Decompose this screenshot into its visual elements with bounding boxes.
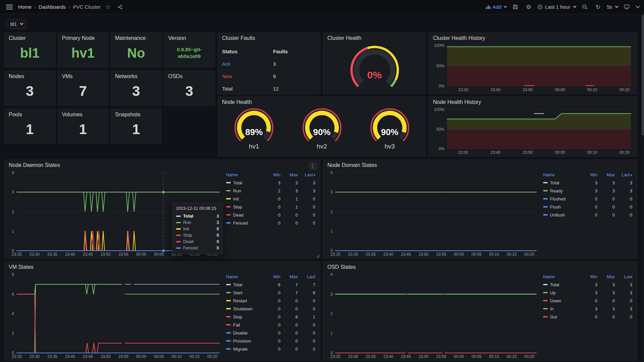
panel-title[interactable]: Node Domain States: [323, 160, 637, 168]
legend-col-last[interactable]: Last▾: [298, 172, 315, 177]
legend-row-shutdown[interactable]: Shutdown 000: [223, 305, 318, 313]
svg-text:23:50: 23:50: [419, 354, 429, 359]
legend-row-total[interactable]: Total 677: [223, 281, 318, 289]
legend-col-last[interactable]: Last▾: [615, 172, 632, 177]
legend-col-name[interactable]: Name: [226, 172, 263, 177]
scrollbar[interactable]: [641, 14, 644, 362]
zoom-out-icon[interactable]: [580, 2, 589, 12]
legend-row-stop[interactable]: Stop 061: [223, 313, 318, 321]
svg-text:23:50: 23:50: [101, 252, 111, 257]
legend-col-min[interactable]: Min: [263, 172, 280, 177]
panel-title[interactable]: VMs: [58, 71, 108, 79]
legend-row-in[interactable]: In 333: [540, 305, 635, 313]
favorite-star-icon[interactable]: ☆: [103, 2, 113, 12]
legend-col-last[interactable]: Last: [298, 274, 315, 279]
node-health-gauge-hv1: 89% hv1: [222, 107, 286, 155]
legend-row-provision[interactable]: Provision 000: [223, 337, 318, 345]
legend-row-unflush[interactable]: Unflush 000: [540, 211, 635, 219]
series-color-icon: [226, 340, 231, 342]
legend-col-min[interactable]: Min: [580, 274, 597, 279]
top-nav: Home › Dashboards › PVC Cluster ☆ Add: [0, 0, 644, 14]
panel-title[interactable]: Node Daemon States: [5, 160, 320, 168]
svg-text:100%: 100%: [434, 107, 444, 112]
add-panel-icon: [486, 4, 491, 9]
legend-row-total[interactable]: Total 333: [540, 281, 635, 289]
series-color-icon: [543, 214, 548, 216]
panel-title[interactable]: Primary Node: [58, 33, 108, 41]
legend-col-min[interactable]: Min: [263, 274, 280, 279]
panel-node-domain-states: Node Domain States 0123423:2523:3023:352…: [323, 160, 637, 258]
legend-row-fenced[interactable]: Fenced 000: [223, 219, 318, 227]
menu-icon[interactable]: [5, 2, 14, 12]
panel-title[interactable]: Snapshots: [111, 109, 161, 118]
legend-row-up[interactable]: Up 333: [540, 289, 635, 297]
breadcrumb-current[interactable]: PVC Cluster: [73, 4, 101, 10]
panel-title[interactable]: Cluster: [5, 33, 55, 41]
legend-col-max[interactable]: Max: [597, 172, 615, 177]
add-button[interactable]: Add: [486, 4, 506, 10]
legend-row-total[interactable]: Total 333: [223, 179, 318, 187]
panel-title[interactable]: Version: [164, 33, 215, 41]
collapse-chevron-icon[interactable]: [636, 4, 640, 8]
tv-mode-icon[interactable]: [622, 2, 631, 12]
legend-row-fail[interactable]: Fail 000: [223, 321, 318, 329]
time-range-picker[interactable]: Last 1 hour: [537, 4, 576, 10]
legend-col-last[interactable]: Last: [615, 274, 632, 279]
legend-col-max[interactable]: Max: [280, 172, 298, 177]
dashboard: bl1 Cluster bl1Primary Node hv1Maintenan…: [0, 14, 641, 362]
scrollbar-thumb[interactable]: [642, 15, 644, 135]
legend-row-down[interactable]: Down 000: [540, 297, 635, 305]
panel-title[interactable]: OSDs: [164, 71, 215, 79]
panel-title[interactable]: Networks: [111, 71, 161, 79]
save-dashboard-icon[interactable]: [511, 2, 520, 12]
legend-col-name[interactable]: Name: [226, 274, 263, 279]
legend-row-ready[interactable]: Ready 333: [540, 187, 635, 195]
zoom-out-glyph: [582, 4, 588, 10]
svg-text:23:25: 23:25: [12, 252, 22, 257]
legend-row-flush[interactable]: Flush 000: [540, 203, 635, 211]
panel-title[interactable]: Nodes: [5, 71, 55, 79]
series-color-icon: [226, 332, 231, 334]
panel-title[interactable]: Pools: [5, 109, 55, 118]
legend-col-name[interactable]: Name: [543, 172, 580, 177]
panel-title[interactable]: Node Health: [218, 97, 426, 105]
breadcrumb-home[interactable]: Home: [18, 4, 32, 10]
refresh-interval-picker[interactable]: 5s: [607, 4, 618, 10]
panel-title[interactable]: OSD States: [323, 262, 637, 270]
legend-row-stop[interactable]: Stop 010: [223, 203, 318, 211]
legend-row-dead[interactable]: Dead 000: [223, 211, 318, 219]
panel-title[interactable]: Cluster Health: [323, 33, 426, 41]
legend-row-start[interactable]: Start 076: [223, 289, 318, 297]
legend-row-init[interactable]: Init 010: [223, 195, 318, 203]
panel-menu-icon[interactable]: ⋮: [309, 162, 317, 170]
legend-row-migrate[interactable]: Migrate 000: [223, 345, 318, 353]
legend-row-flushed[interactable]: Flushed 000: [540, 195, 635, 203]
settings-gear-icon[interactable]: ⚙: [524, 2, 533, 12]
panel-title[interactable]: VM States: [5, 262, 320, 270]
legend-row-disable[interactable]: Disable 000: [223, 329, 318, 337]
series-color-icon: [176, 228, 181, 230]
fault-row-new: New 9: [222, 70, 316, 82]
legend-row-total[interactable]: Total 333: [540, 179, 635, 187]
panel-title[interactable]: Maintenance: [111, 33, 161, 41]
legend-col-name[interactable]: Name: [543, 274, 580, 279]
panel-title[interactable]: Cluster Health History: [429, 33, 637, 41]
panel-title[interactable]: Node Health History: [429, 97, 637, 105]
legend-col-max[interactable]: Max: [597, 274, 615, 279]
panel-resize-handle[interactable]: [316, 254, 319, 257]
legend-col-min[interactable]: Min: [580, 172, 597, 177]
panel-title[interactable]: Volumes: [58, 109, 108, 118]
variable-dropdown[interactable]: bl1: [7, 19, 26, 29]
legend-col-max[interactable]: Max: [280, 274, 298, 279]
svg-text:23:30: 23:30: [30, 252, 40, 257]
panel-title[interactable]: Cluster Faults: [218, 33, 320, 41]
share-icon[interactable]: [115, 2, 125, 12]
faults-table-header: Status Faults: [222, 45, 316, 58]
refresh-icon[interactable]: ↻: [593, 2, 603, 12]
legend-row-out[interactable]: Out 000: [540, 313, 635, 321]
legend-row-run[interactable]: Run 233: [223, 187, 318, 195]
legend-row-restart[interactable]: Restart 000: [223, 297, 318, 305]
breadcrumb-dashboards[interactable]: Dashboards: [39, 4, 66, 10]
stat-panel-pools: Pools 1: [4, 109, 55, 144]
panel-vm-states: VM States 0246823:2523:3023:3523:4023:45…: [4, 261, 320, 361]
